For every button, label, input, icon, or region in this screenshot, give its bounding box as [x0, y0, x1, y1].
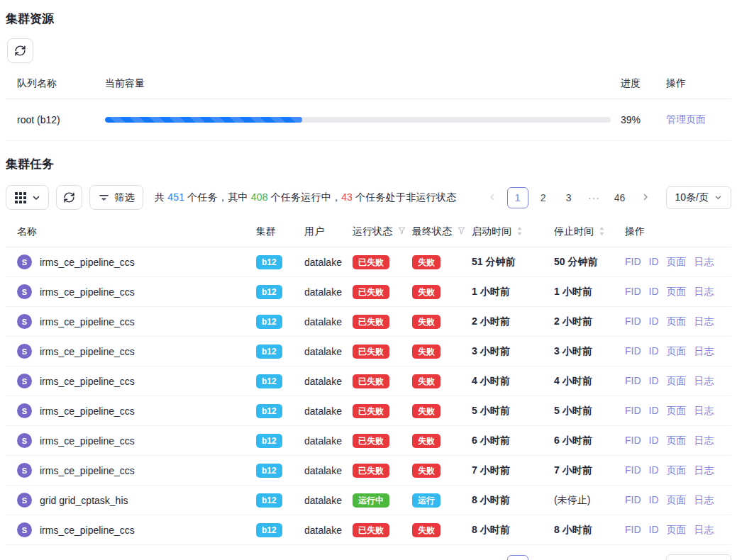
- resources-refresh-button[interactable]: [7, 38, 33, 63]
- table-row: S irms_ce_pipeline_ccs b12 datalake 已失败 …: [6, 307, 731, 337]
- next-page-button[interactable]: [635, 555, 656, 560]
- filter-funnel-icon[interactable]: [397, 226, 406, 237]
- sort-icon[interactable]: [516, 226, 523, 238]
- log-link[interactable]: 日志: [694, 286, 714, 297]
- task-user: datalake: [304, 307, 353, 337]
- page-button-46[interactable]: 46: [609, 555, 631, 560]
- task-avatar: S: [17, 344, 32, 359]
- col-resource-action: 操作: [666, 73, 731, 99]
- resources-section-title: 集群资源: [6, 11, 731, 27]
- run-status-badge: 运行中: [353, 493, 389, 508]
- log-link[interactable]: 日志: [694, 315, 714, 327]
- filter-icon: [99, 192, 109, 203]
- prev-page-button[interactable]: [482, 187, 503, 208]
- page-button-3[interactable]: 3: [558, 555, 580, 560]
- id-link[interactable]: ID: [649, 435, 659, 446]
- page-button-2[interactable]: 2: [533, 555, 554, 560]
- cluster-badge: b12: [256, 434, 282, 448]
- page-link[interactable]: 页面: [667, 464, 687, 476]
- page-link[interactable]: 页面: [667, 315, 687, 327]
- id-link[interactable]: ID: [649, 256, 659, 267]
- fid-link[interactable]: FID: [625, 435, 641, 446]
- final-status-badge: 失败: [412, 523, 440, 537]
- run-status-badge: 已失败: [353, 464, 389, 478]
- cluster-badge: b12: [256, 255, 282, 269]
- page-size-select[interactable]: 10条/页: [666, 186, 731, 209]
- id-link[interactable]: ID: [649, 464, 659, 476]
- fid-link[interactable]: FID: [625, 286, 641, 297]
- tasks-refresh-button[interactable]: [56, 185, 82, 210]
- column-settings-button[interactable]: [6, 185, 49, 210]
- log-link[interactable]: 日志: [694, 494, 714, 505]
- final-status-badge: 失败: [412, 285, 440, 299]
- prev-page-button[interactable]: [482, 555, 503, 560]
- page-link[interactable]: 页面: [667, 405, 687, 416]
- manage-page-link[interactable]: 管理页面: [666, 113, 706, 125]
- page-link[interactable]: 页面: [667, 286, 687, 297]
- fid-link[interactable]: FID: [625, 345, 641, 357]
- page-size-select[interactable]: 10条/页: [666, 554, 731, 560]
- page-link[interactable]: 页面: [667, 524, 687, 535]
- next-page-button[interactable]: [635, 187, 656, 208]
- page-button-1[interactable]: 1: [507, 555, 528, 560]
- fid-link[interactable]: FID: [625, 375, 641, 386]
- log-link[interactable]: 日志: [694, 345, 714, 357]
- page-link[interactable]: 页面: [667, 256, 687, 267]
- task-avatar: S: [17, 314, 32, 329]
- page-button-46[interactable]: 46: [609, 187, 631, 208]
- pagination-bottom: 1 2 3 ··· 46 10条/页: [482, 554, 731, 560]
- table-row: S irms_ce_pipeline_ccs b12 datalake 已失败 …: [6, 396, 731, 426]
- log-link[interactable]: 日志: [694, 524, 714, 535]
- capacity-progress-bar: [105, 117, 611, 123]
- id-link[interactable]: ID: [649, 524, 659, 535]
- task-avatar: S: [17, 403, 32, 418]
- page-link[interactable]: 页面: [667, 345, 687, 357]
- refresh-icon: [63, 191, 75, 203]
- page-button-2[interactable]: 2: [533, 187, 554, 208]
- id-link[interactable]: ID: [649, 405, 659, 416]
- col-queue-name: 队列名称: [6, 73, 105, 99]
- start-time: 1 小时前: [472, 277, 554, 307]
- fid-link[interactable]: FID: [625, 494, 641, 505]
- page-ellipsis[interactable]: ···: [584, 555, 605, 560]
- table-row: S irms_ce_pipeline_ccs b12 datalake 已失败 …: [6, 515, 731, 545]
- chevron-left-icon: [488, 192, 497, 203]
- page-link[interactable]: 页面: [667, 375, 687, 386]
- log-link[interactable]: 日志: [694, 405, 714, 416]
- page-ellipsis[interactable]: ···: [584, 187, 605, 208]
- log-link[interactable]: 日志: [694, 375, 714, 386]
- id-link[interactable]: ID: [649, 345, 659, 357]
- run-status-badge: 已失败: [353, 345, 389, 359]
- cluster-badge: b12: [256, 374, 282, 388]
- log-link[interactable]: 日志: [694, 435, 714, 446]
- final-status-badge: 失败: [412, 255, 440, 269]
- sort-icon[interactable]: [599, 226, 605, 238]
- id-link[interactable]: ID: [649, 375, 659, 386]
- page-button-3[interactable]: 3: [558, 187, 580, 208]
- start-time: 3 小时前: [472, 337, 554, 366]
- filter-button[interactable]: 筛选: [89, 185, 143, 210]
- page-size-value: 10条/页: [675, 191, 709, 204]
- log-link[interactable]: 日志: [694, 256, 714, 267]
- task-name: irms_ce_pipeline_ccs: [40, 435, 135, 447]
- col-name: 名称: [6, 221, 256, 247]
- fid-link[interactable]: FID: [625, 256, 641, 267]
- page-button-1[interactable]: 1: [507, 187, 528, 208]
- page-link[interactable]: 页面: [667, 494, 687, 505]
- task-user: datalake: [304, 426, 353, 456]
- id-link[interactable]: ID: [649, 494, 659, 505]
- log-link[interactable]: 日志: [694, 464, 714, 476]
- id-link[interactable]: ID: [649, 286, 659, 297]
- run-status-badge: 已失败: [353, 315, 389, 329]
- filter-funnel-icon[interactable]: [457, 226, 466, 237]
- id-link[interactable]: ID: [649, 315, 659, 327]
- col-stop-time: 停止时间: [554, 225, 594, 238]
- fid-link[interactable]: FID: [625, 315, 641, 327]
- fid-link[interactable]: FID: [625, 464, 641, 476]
- tasks-table: 名称 集群 用户 运行状态 最终状态 启动时间 停止时间 操作 S irms_c…: [6, 221, 731, 545]
- stop-time: 2 小时前: [554, 307, 625, 337]
- page-link[interactable]: 页面: [667, 435, 687, 446]
- stop-time: 5 小时前: [554, 396, 625, 426]
- fid-link[interactable]: FID: [625, 524, 641, 535]
- fid-link[interactable]: FID: [625, 405, 641, 416]
